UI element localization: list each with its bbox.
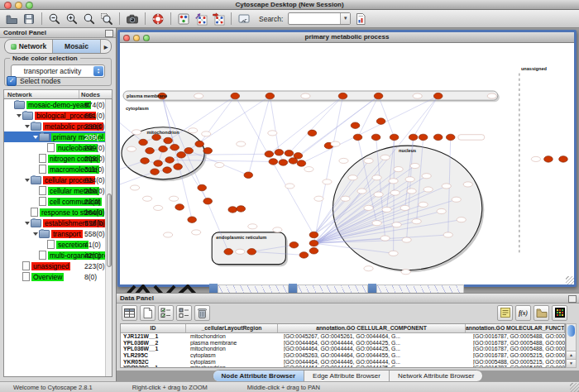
merge-networks-icon[interactable] <box>211 12 226 26</box>
tree-item[interactable]: macromolecule311(0) <box>4 164 112 174</box>
vizmapper-icon[interactable] <box>176 12 191 26</box>
heatmap-icon[interactable] <box>552 305 567 321</box>
manage-network-modification-icon[interactable] <box>194 12 208 26</box>
tree-item[interactable]: transport558(0) <box>4 228 112 239</box>
select-nodes-checkbox[interactable]: ✓ <box>7 76 17 86</box>
tree-scrollbar[interactable] <box>105 99 112 376</box>
search-options-dropdown[interactable]: ▼ <box>340 13 350 24</box>
tree-item[interactable]: nitrogen compo209(0) <box>4 153 112 164</box>
tree-item[interactable]: Overview8(0) <box>4 271 112 282</box>
table-cell: mitochondrion <box>188 333 281 339</box>
tree-expander-icon[interactable] <box>32 136 39 139</box>
app-resize-grip[interactable] <box>570 383 579 392</box>
unselect-attributes-icon[interactable] <box>176 305 192 321</box>
snapshot-icon[interactable] <box>125 12 140 26</box>
table-row[interactable]: YPL036W__1mitochondrion[GO:0044464, GO:0… <box>121 346 565 352</box>
tab-mosaic[interactable]: Mosaic <box>53 40 101 53</box>
table-cell: YKR052C <box>121 359 188 365</box>
graph-node-label <box>132 130 141 135</box>
float-panel-icon[interactable] <box>105 30 113 37</box>
zoom-in-icon[interactable] <box>65 12 79 26</box>
tree-item[interactable]: establishment of lo558(0) <box>4 218 112 228</box>
tree-item[interactable]: mosaic-demo-yeast874(0) <box>4 99 112 110</box>
cytoscape-window: Cytoscape Desktop (New Session) Search: … <box>0 0 579 392</box>
tab-network-attribute-browser[interactable]: Network Attribute Browser <box>390 370 482 381</box>
tree-expander-icon[interactable] <box>24 222 31 225</box>
tree-item[interactable]: multi-organism pro42(0) <box>4 250 112 261</box>
table-row[interactable]: YKR052Ccytoplasm[GO:0044464, GO:0044446,… <box>121 358 565 365</box>
table-mode-icon[interactable] <box>122 305 137 321</box>
table-scrollbar[interactable]: ▲ ▼ <box>566 323 577 368</box>
open-file-icon[interactable] <box>4 12 19 26</box>
tab-network[interactable]: Network <box>5 40 53 53</box>
graph-node-label <box>400 205 409 210</box>
select-attributes-icon[interactable] <box>158 305 174 321</box>
annotation-icon[interactable] <box>237 12 251 26</box>
table-row[interactable]: YPL036W__2plasma membrane[GO:0044464, GO… <box>121 340 565 347</box>
table-column-header[interactable]: ID <box>121 324 186 332</box>
tabs-overflow-arrow[interactable]: ▶ <box>101 40 111 53</box>
graph-node <box>374 93 383 99</box>
graph-node <box>297 160 306 167</box>
search-report-icon[interactable] <box>353 12 368 26</box>
import-attributes-icon[interactable] <box>534 305 549 321</box>
notes-icon[interactable] <box>497 305 513 321</box>
tab-node-attribute-browser[interactable]: Node Attribute Browser <box>213 370 305 381</box>
table-cell: [GO:0044464, GO:0044446, GO:0044444, G..… <box>281 359 471 365</box>
tree-item[interactable]: cellular process614(0) <box>4 174 112 185</box>
tree-item-node-count: 209(0) <box>84 144 105 152</box>
tree-item[interactable]: nucleobase-209(0) <box>4 142 112 153</box>
tree-item[interactable]: response to stimulu264(0) <box>4 207 112 218</box>
table-column-header[interactable]: _cellularLayoutRegion <box>186 324 278 332</box>
network-view-window[interactable]: primary metabolic process plasma membran… <box>117 30 577 287</box>
tree-item[interactable]: cellular metabo209(0) <box>4 185 112 196</box>
scroll-down-icon[interactable]: ▼ <box>567 359 576 367</box>
table-scrollbar-thumb[interactable] <box>567 325 575 337</box>
tab-edge-attribute-browser[interactable]: Edge Attribute Browser <box>304 370 390 381</box>
graph-node-label <box>348 175 357 180</box>
delete-attribute-icon[interactable] <box>194 305 210 321</box>
tree-expander-icon[interactable] <box>24 125 31 128</box>
save-session-icon[interactable] <box>22 12 36 26</box>
network-window-titlebar: primary metabolic process <box>120 32 574 43</box>
table-row[interactable]: YDR039C__1mitochondrion[GO:0044464, GO:0… <box>121 365 565 368</box>
scroll-up-icon[interactable]: ▲ <box>567 351 576 359</box>
zoom-out-icon[interactable] <box>47 12 62 26</box>
table-column-header[interactable]: annotation.GO CELLULAR_COMPONENT <box>278 324 466 332</box>
graph-node-label <box>268 131 277 136</box>
search-input[interactable] <box>289 14 340 23</box>
status-zoom-hint: Right-click + drag to ZOOM <box>132 384 208 391</box>
zoom-fit-icon[interactable] <box>82 12 97 26</box>
network-file-icon <box>31 208 38 217</box>
tree-expander-icon[interactable] <box>32 232 39 236</box>
svg-text:cytoplasm: cytoplasm <box>126 106 149 111</box>
graph-node <box>290 241 299 248</box>
tree-item[interactable]: unassigned223(0) <box>4 261 112 271</box>
tree-expander-icon[interactable] <box>24 179 31 182</box>
new-attribute-icon[interactable] <box>140 305 156 321</box>
graph-node-label <box>423 187 433 192</box>
network-canvas-container[interactable]: plasma membranecytoplasmmitochondrionnuc… <box>120 43 574 284</box>
graph-node-label <box>382 207 391 212</box>
tree-item[interactable]: secretion41(0) <box>4 239 112 250</box>
graph-node-label <box>331 141 340 146</box>
tree-item[interactable]: metabolic process280(0) <box>4 121 112 131</box>
table-row[interactable]: YJR121W__1mitochondrion[GO:0045267, GO:0… <box>121 333 565 340</box>
graph-node-label <box>170 196 179 201</box>
graph-node-label <box>458 135 485 141</box>
float-panel-icon[interactable] <box>568 295 577 303</box>
graph-node-label <box>364 266 373 271</box>
tree-item[interactable]: primary metabol209(... <box>4 131 112 142</box>
graph-node <box>139 139 148 146</box>
tree-item[interactable]: cell communicat22(0) <box>4 196 112 207</box>
zoom-selected-region-icon[interactable] <box>99 12 114 26</box>
table-column-header[interactable]: annotation.GO MOLECULAR_FUNCTION <box>466 324 565 332</box>
formula-icon[interactable]: f(x) <box>515 305 531 321</box>
tree-item[interactable]: biological_process651(0) <box>4 110 112 121</box>
data-panel-title: Data Panel <box>120 294 154 302</box>
tree-item-node-count: 223(0) <box>84 262 105 270</box>
tree-scrollbar-thumb[interactable] <box>107 194 112 267</box>
tree-expander-icon[interactable] <box>16 114 22 117</box>
help-icon[interactable] <box>151 12 165 26</box>
table-row[interactable]: YLR295Ccytoplasm[GO:0045263, GO:0044464,… <box>121 352 565 359</box>
